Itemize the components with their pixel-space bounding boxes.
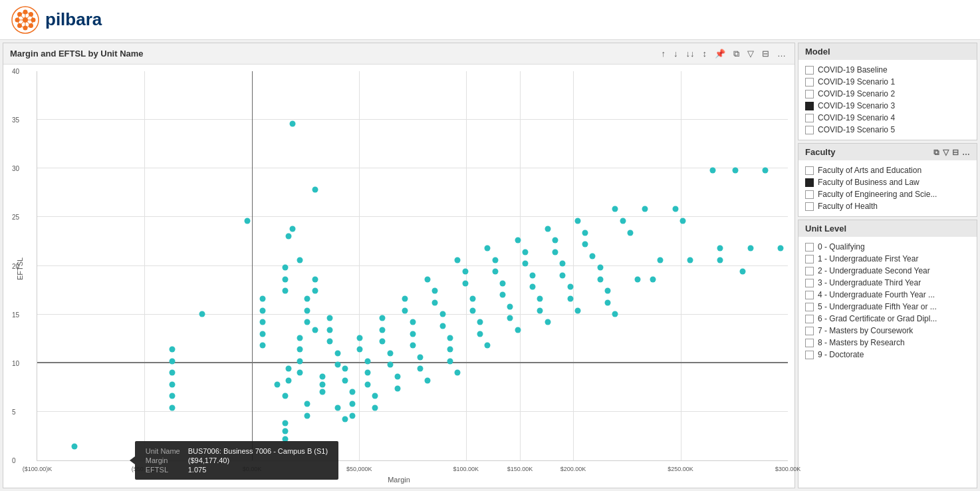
data-point [635,276,641,282]
faculty-filter-checkbox[interactable] [805,190,814,199]
model-filter-item[interactable]: COVID-19 Scenario 3 [805,100,970,112]
data-point [574,218,580,224]
data-point [447,335,453,341]
unit-level-filter-checkbox[interactable] [805,315,814,323]
data-point [387,350,393,356]
y-tick: 25 [12,214,19,221]
data-point [394,374,400,380]
unit-level-filter-item[interactable]: 0 - Qualifying [805,241,970,253]
unit-level-filter-item[interactable]: 2 - Undergraduate Second Year [805,265,970,277]
faculty-filter-item[interactable]: Faculty of Engineering and Scie... [805,188,970,200]
model-filter-item[interactable]: COVID-19 Scenario 4 [805,112,970,124]
model-filter-item[interactable]: COVID-19 Baseline [805,64,970,76]
faculty-filter-checkbox[interactable] [805,202,814,211]
faculty-filter-checkbox[interactable] [805,166,814,175]
unit-level-filter-item[interactable]: 4 - Undergraduate Fourth Year ... [805,289,970,301]
unit-level-filter-checkbox[interactable] [805,327,814,335]
model-filter-label: COVID-19 Baseline [818,65,888,75]
unit-level-filter-checkbox[interactable] [805,279,814,287]
grid-line-horizontal [37,314,788,315]
data-point [687,257,693,263]
faculty-filter-checkbox[interactable] [805,178,814,187]
data-point [372,393,378,399]
data-point [170,405,176,410]
data-point [282,436,288,442]
data-point [305,412,310,418]
faculty-copy-icon[interactable]: ⧉ [933,148,939,157]
data-point [522,249,528,255]
model-filter-checkbox[interactable] [805,90,814,98]
unit-level-filter-item[interactable]: 8 - Masters by Research [805,337,970,349]
data-point [312,187,318,193]
sort-icon2[interactable]: ↓↓ [684,48,697,59]
faculty-more-icon[interactable]: … [962,148,970,157]
unit-level-filter-item[interactable]: 1 - Undergraduate First Year [805,253,970,265]
model-filter-checkbox[interactable] [805,102,814,110]
unit-level-filter-checkbox[interactable] [805,291,814,299]
model-filter-item[interactable]: COVID-19 Scenario 2 [805,88,970,100]
unit-level-filter-checkbox[interactable] [805,339,814,347]
main-content: Margin and EFTSL by Unit Name ↑ ↓ ↓↓ ↕ 📌… [0,40,980,491]
unit-level-filter-checkbox[interactable] [805,303,814,311]
model-filter-checkbox[interactable] [805,66,814,75]
data-point [590,253,596,259]
expand-icon[interactable]: ⊟ [760,48,771,59]
svg-line-22 [20,14,26,20]
faculty-expand-icon[interactable]: ⊟ [952,148,959,157]
sort-desc-icon[interactable]: ↓ [672,48,680,59]
faculty-filter-label: Faculty of Arts and Education [818,166,921,175]
unit-level-filter-checkbox[interactable] [805,255,814,263]
faculty-filter-label: Faculty of Engineering and Scie... [818,190,937,199]
faculty-filter-label: Faculty of Health [818,202,878,211]
tooltip-margin-value: ($94,177.40) [185,456,330,465]
data-point [597,265,603,271]
pilbara-logo-icon [11,5,40,35]
unit-level-filter-item[interactable]: 3 - Undergraduate Third Year [805,277,970,289]
data-point [522,261,528,267]
data-point [672,206,678,212]
faculty-filter-label: Faculty of Business and Law [818,178,919,187]
faculty-filter-item[interactable]: Faculty of Business and Law [805,176,970,188]
data-point [380,327,386,333]
model-filter-item[interactable]: COVID-19 Scenario 5 [805,124,970,136]
unit-level-filter-item[interactable]: 6 - Grad Certificate or Grad Dipl... [805,313,970,325]
data-point [364,381,370,387]
x-tick: $50,000K [346,466,372,472]
model-filter-item[interactable]: COVID-19 Scenario 1 [805,76,970,88]
data-point [462,269,468,275]
data-point [605,288,611,294]
data-point [297,335,303,341]
data-point [747,245,753,251]
faculty-filter-icon[interactable]: ▽ [943,148,949,157]
unit-level-filter-item[interactable]: 9 - Doctorate [805,349,970,361]
unit-level-filter-item[interactable]: 5 - Undergraduate Fifth Year or ... [805,301,970,313]
model-filter-checkbox[interactable] [805,126,814,134]
unit-level-filter-checkbox[interactable] [805,351,814,359]
sort-icon3[interactable]: ↕ [701,48,709,59]
unit-level-filter-label: 6 - Grad Certificate or Grad Dipl... [818,314,937,323]
sort-asc-icon[interactable]: ↑ [660,48,668,59]
data-point [530,272,536,278]
model-filter-label: COVID-19 Scenario 4 [818,113,895,122]
faculty-filter-item[interactable]: Faculty of Arts and Education [805,164,970,176]
x-tick: $300.00K [775,466,801,472]
data-point [357,347,363,353]
y-tick: 15 [12,311,19,318]
unit-level-filter-item[interactable]: 7 - Masters by Coursework [805,325,970,337]
data-point [342,377,348,383]
more-icon[interactable]: … [775,48,788,59]
unit-level-filter-label: 7 - Masters by Coursework [818,326,913,335]
copy-icon[interactable]: ⧉ [731,48,741,60]
data-point [507,315,513,321]
unit-level-filter-checkbox[interactable] [805,267,814,275]
svg-line-23 [25,14,31,20]
pin-icon[interactable]: 📌 [713,48,727,59]
filter-icon[interactable]: ▽ [745,48,756,59]
data-point [282,393,288,399]
unit-level-filter-checkbox[interactable] [805,243,814,251]
data-point [320,381,326,387]
unit-level-filter-title: Unit Level [805,224,846,234]
faculty-filter-item[interactable]: Faculty of Health [805,200,970,212]
model-filter-checkbox[interactable] [805,114,814,122]
model-filter-checkbox[interactable] [805,78,814,86]
